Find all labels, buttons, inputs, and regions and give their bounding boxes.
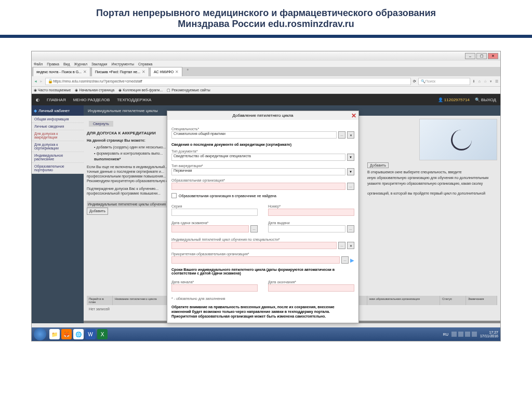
bookmark-2[interactable]: ◉ Начальная страница (75, 88, 114, 92)
end-date-label: Дата окончания* (268, 280, 354, 284)
add-button-right[interactable]: Добавить (367, 162, 389, 168)
bookmark-3[interactable]: ◉ Коллекция веб-фрагм... (118, 88, 163, 92)
spec-input[interactable]: Стоматология общей практики (171, 131, 337, 139)
browser-menu: Файл Правка Вид Журнал Закладки Инструме… (32, 61, 500, 67)
bookmark-1[interactable]: ◉ Часто посещаемые (34, 88, 71, 92)
menu-view[interactable]: Вид (63, 62, 70, 66)
spec-label: Специальность* (171, 127, 354, 131)
bookmark-4[interactable]: ▢ Рекомендуемые сайты (167, 88, 210, 92)
maximize-button[interactable]: ▢ (476, 53, 487, 59)
user-id: 👤 11202975714 (438, 98, 470, 102)
issue-date-label: Дата выдачи (268, 221, 354, 225)
toolbar-icons: ⬇ ⌂ ☆ ▾ ☰ (472, 79, 498, 84)
doc-type-label: Тип документа* (171, 149, 354, 153)
menu-edit[interactable]: Правка (47, 62, 59, 66)
end-date-input[interactable] (268, 284, 354, 292)
new-tab-button[interactable]: + (183, 67, 192, 76)
sidebar-item-accreditation[interactable]: Для допуска к аккредитации (32, 130, 84, 141)
explorer-icon[interactable]: 📁 (49, 329, 60, 339)
dropdown-icon[interactable]: ▼ (347, 168, 354, 175)
menu-file[interactable]: Файл (34, 62, 43, 66)
menu-tools[interactable]: Инструменты (111, 62, 134, 66)
add-button[interactable]: Добавить (87, 208, 108, 214)
sidebar-item-certification[interactable]: Для допуска к сертификации (32, 141, 84, 152)
start-date-input[interactable] (171, 284, 258, 292)
org-label: Образовательная организация* (171, 179, 354, 182)
excel-icon[interactable]: X (97, 329, 108, 339)
url-input[interactable]: 🔒 https://nmo.edu.rosminzdrav.ru/?perspe… (45, 78, 411, 85)
system-tray: RU 17:27 17/11/2016 (443, 331, 498, 338)
refresh-icon[interactable]: ⟳ (413, 79, 416, 84)
lang-indicator[interactable]: RU (443, 333, 448, 336)
close-icon[interactable]: ✕ (142, 70, 145, 74)
series-input[interactable] (171, 209, 258, 216)
tray-icon[interactable] (458, 332, 463, 337)
accred-type-select[interactable]: Первичная (171, 168, 345, 175)
window-titlebar: – ▢ ✕ (32, 51, 500, 61)
menu-icon[interactable]: ☰ (495, 79, 498, 84)
collapse-link[interactable]: Свернуть (89, 121, 113, 127)
dropdown-icon[interactable]: ▼ (347, 154, 354, 161)
issue-date-input[interactable] (268, 225, 345, 232)
window-controls: – ▢ ✕ (465, 53, 498, 59)
priority-nav-icon[interactable]: ▶ (350, 257, 354, 263)
modal-close-button[interactable]: ✕ (351, 112, 356, 119)
tab-2[interactable]: Письма «Fwd: Портал не...✕ (91, 67, 149, 76)
menu-history[interactable]: Журнал (74, 62, 88, 66)
calendar-icon[interactable]: … (347, 225, 354, 232)
org-input[interactable] (171, 183, 345, 190)
sidebar-item-personal[interactable]: Личные сведения (32, 123, 84, 130)
spec-clear-button[interactable]: ✕ (347, 131, 354, 139)
nav-main[interactable]: ГЛАВНАЯ (47, 98, 66, 102)
org-lookup-button[interactable]: … (347, 183, 354, 190)
nav-support[interactable]: ТЕХПОДДЕРЖКА (117, 98, 151, 102)
sidebar: Общая информация Личные сведения Для доп… (32, 116, 84, 174)
chrome-icon[interactable]: 🌐 (73, 329, 84, 339)
clock[interactable]: 17:27 17/11/2016 (480, 331, 498, 338)
pocket-icon[interactable]: ▾ (490, 79, 492, 84)
tray-icon[interactable] (472, 332, 477, 337)
exam-date-input[interactable] (171, 225, 249, 232)
number-input[interactable] (268, 209, 354, 216)
nav-sections[interactable]: МЕНЮ РАЗДЕЛОВ (73, 98, 110, 102)
start-button[interactable] (34, 328, 46, 340)
bookmark-icon[interactable]: ☆ (484, 79, 487, 84)
terms-title: Сроки Вашего индивидуального пятилетнего… (171, 268, 354, 275)
logout-link[interactable]: 🔍 ВЫХОД (475, 98, 496, 102)
download-icon[interactable]: ⬇ (472, 79, 475, 84)
close-icon[interactable]: ✕ (175, 70, 179, 74)
number-label: Номер* (268, 204, 354, 208)
priority-org-input[interactable] (171, 256, 340, 264)
calendar-icon[interactable]: … (250, 225, 258, 232)
org-not-found-checkbox[interactable] (171, 193, 177, 198)
back-icon[interactable]: ◄ (34, 79, 37, 83)
close-icon[interactable]: ✕ (83, 70, 87, 74)
tab-3[interactable]: АС НМИФО✕ (150, 67, 182, 76)
doc-type-select[interactable]: Свидетельство об аккредитации специалист… (171, 154, 345, 161)
home-icon[interactable]: ⌂ (478, 79, 481, 84)
modal-body: Специальность* Стоматология общей практи… (167, 120, 358, 323)
sidebar-item-general[interactable]: Общая информация (32, 116, 84, 123)
menu-help[interactable]: Справка (138, 62, 152, 66)
tray-icon[interactable] (465, 332, 470, 337)
search-input[interactable]: 🔍 Поиск (418, 78, 470, 85)
cycle-input[interactable] (171, 242, 337, 249)
cycle-clear-button[interactable]: ✕ (347, 242, 354, 249)
forward-icon[interactable]: ► (39, 79, 43, 83)
firefox-icon[interactable]: 🦊 (61, 329, 72, 339)
modal-warning: Обратите внимание на правильность внесен… (171, 305, 354, 319)
modal-add-cycle: Добавление пятилетнего цикла ✕ Специальн… (167, 111, 359, 323)
sidebar-item-schedule[interactable]: Индивидуальное расписание (32, 152, 84, 163)
spec-lookup-button[interactable]: … (338, 131, 345, 139)
tray-icon[interactable] (451, 332, 457, 337)
cycle-lookup-button[interactable]: … (338, 242, 345, 249)
priority-org-label: Приоритетная образовательная организация… (171, 252, 354, 256)
priority-lookup-button[interactable]: … (341, 256, 349, 264)
word-icon[interactable]: W (85, 329, 96, 339)
menu-bookmarks[interactable]: Закладки (91, 62, 107, 66)
tab-1[interactable]: яндекс почта - Поиск в G...✕ (33, 67, 90, 76)
close-button[interactable]: ✕ (488, 53, 498, 59)
minimize-button[interactable]: – (465, 53, 475, 59)
doc-section-title: Сведения о последнем документе об аккред… (171, 143, 354, 146)
sidebar-item-portfolio[interactable]: Образовательное портфолио (32, 163, 84, 174)
